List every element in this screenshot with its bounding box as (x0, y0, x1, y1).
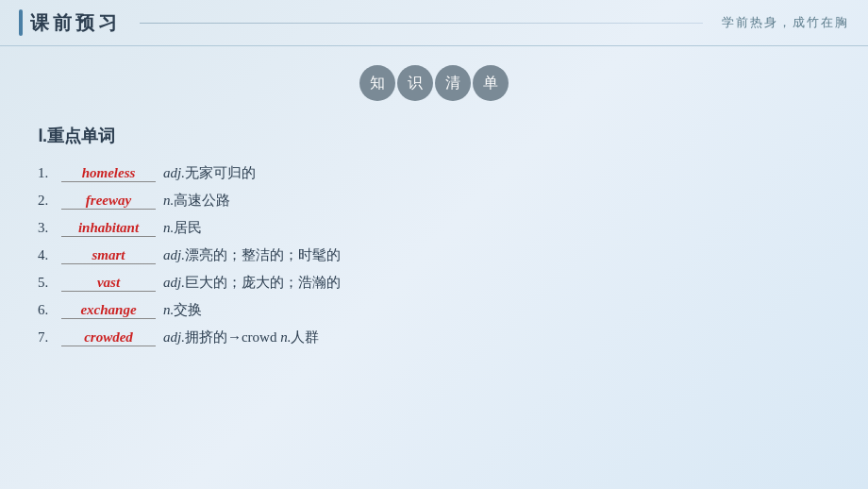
list-item: 2. freeway n. 高速公路 (38, 192, 830, 210)
vocabulary-list: 1. homeless adj. 无家可归的 2. freeway n. 高速公… (38, 164, 830, 346)
item-definition: 拥挤的→crowd n.人群 (185, 329, 320, 346)
item-number: 3. (38, 220, 61, 236)
knowledge-badge: 知 识 清 单 (359, 65, 509, 101)
list-item: 5. vast adj. 巨大的；庞大的；浩瀚的 (38, 274, 830, 292)
item-definition: 漂亮的；整洁的；时髦的 (185, 246, 341, 264)
vocab-word: vast (61, 275, 156, 292)
badge-container: 知 识 清 单 (0, 65, 868, 101)
item-pos: adj. (163, 329, 185, 346)
header-divider (140, 23, 703, 24)
badge-char-4: 单 (473, 65, 509, 101)
item-pos: adj. (163, 165, 185, 181)
header-title-area: 课前预习 (19, 9, 121, 36)
item-definition: 无家可归的 (185, 164, 256, 182)
badge-char-3: 清 (435, 65, 471, 101)
list-item: 6. exchange n. 交换 (38, 301, 830, 319)
vocab-word: crowded (61, 329, 156, 346)
item-number: 1. (38, 165, 61, 181)
item-number: 2. (38, 193, 61, 209)
item-definition: 居民 (174, 219, 202, 237)
vocab-word: exchange (61, 302, 156, 319)
badge-char-2: 识 (397, 65, 433, 101)
item-pos: adj. (163, 247, 185, 263)
content-area: Ⅰ.重点单词 1. homeless adj. 无家可归的 2. freeway… (0, 125, 868, 346)
vocab-word: inhabitant (61, 220, 156, 237)
item-pos: n. (163, 302, 174, 318)
item-definition: 高速公路 (174, 192, 230, 210)
item-number: 4. (38, 247, 61, 263)
header-slogan: 学前热身，成竹在胸 (722, 14, 849, 31)
list-item: 1. homeless adj. 无家可归的 (38, 164, 830, 182)
vocab-word: freeway (61, 193, 156, 210)
item-pos: n. (163, 193, 174, 209)
item-number: 5. (38, 275, 61, 291)
list-item: 7. crowded adj. 拥挤的→crowd n.人群 (38, 329, 830, 346)
header-accent-bar (19, 9, 23, 36)
item-definition: 交换 (174, 301, 202, 319)
vocab-word: smart (61, 247, 156, 264)
section-title: Ⅰ.重点单词 (38, 125, 830, 147)
list-item: 4. smart adj. 漂亮的；整洁的；时髦的 (38, 246, 830, 264)
vocab-word: homeless (61, 165, 156, 182)
item-pos: n. (163, 220, 174, 236)
item-pos: adj. (163, 275, 185, 291)
badge-char-1: 知 (359, 65, 395, 101)
item-number: 6. (38, 302, 61, 318)
item-definition: 巨大的；庞大的；浩瀚的 (185, 274, 341, 292)
item-number: 7. (38, 329, 61, 346)
page-title: 课前预习 (30, 10, 121, 36)
list-item: 3. inhabitant n. 居民 (38, 219, 830, 237)
header: 课前预习 学前热身，成竹在胸 (0, 0, 868, 46)
